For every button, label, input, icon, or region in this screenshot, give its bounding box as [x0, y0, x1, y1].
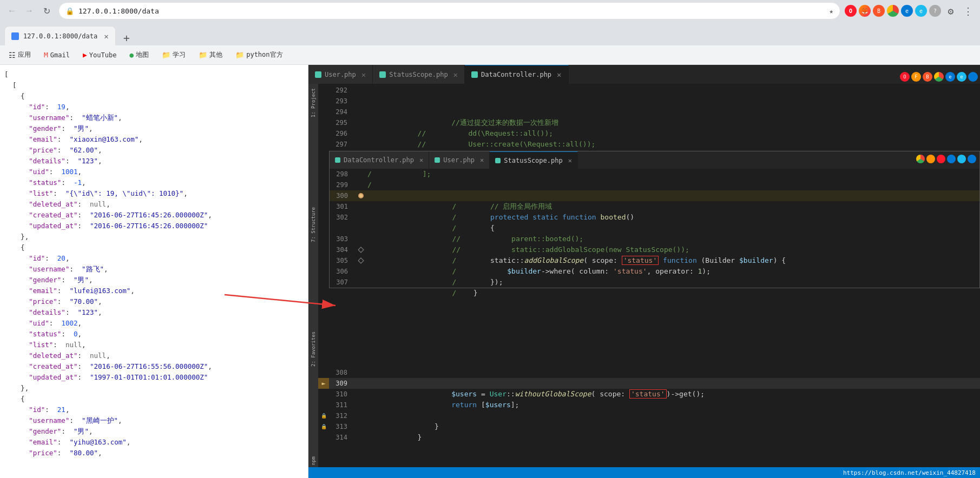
editor-tabs-bar: User.php ✕ StatusScope.php ✕ DataControl… [308, 65, 980, 84]
popup-user-close[interactable]: ✕ [480, 156, 484, 164]
project-label[interactable]: 1: Project [310, 86, 317, 119]
brave-icon[interactable]: B [873, 5, 885, 17]
side-rail-left: 1: Project 7: Structure 2: Favorites npm [308, 84, 318, 467]
popup-tab-user[interactable]: User.php ✕ [429, 151, 490, 169]
ie-icon[interactable]: e [915, 5, 927, 17]
code-line-292: 292 [318, 85, 980, 96]
popup-ss-close[interactable]: ✕ [568, 157, 572, 164]
popup-gutter-304 [357, 244, 365, 255]
popup-line-307: 307 / } [330, 277, 979, 288]
maps-label: 地图 [136, 50, 149, 59]
tab-datacontroller-close[interactable]: ✕ [557, 70, 561, 79]
star-icon[interactable]: ★ [829, 7, 833, 15]
popup-line-304: 304 / static::addGlobalScope( scope: 'st… [330, 244, 979, 255]
bookmark-other[interactable]: 📁 其他 [196, 49, 225, 61]
popup-tab-datacontroller[interactable]: DataController.php ✕ [330, 151, 429, 169]
top-chrome-icon2[interactable] [934, 72, 944, 82]
top-other-icon2[interactable] [968, 72, 978, 82]
structure-label[interactable]: 7: Structure [310, 205, 317, 244]
top-opera-icon[interactable]: O [900, 72, 910, 82]
bookmark-study[interactable]: 📁 学习 [160, 49, 188, 61]
datacontroller-icon [471, 71, 478, 78]
bookmark-maps[interactable]: ● 地图 [127, 49, 151, 61]
bookmark-youtube[interactable]: ▶ YouTube [81, 50, 119, 60]
new-tab-button[interactable]: + [119, 30, 134, 45]
tab-favicon [11, 32, 19, 40]
popup-line-301: 301 / protected static function booted() [330, 201, 979, 212]
top-ie-icon2[interactable]: e [957, 72, 966, 82]
opera-icon[interactable]: O [845, 5, 857, 17]
tab-user-php-close[interactable]: ✕ [361, 70, 366, 79]
code-line-310: 310 return [$users]; [318, 389, 980, 400]
debug-circle-icon [358, 193, 364, 198]
top-brave-icon[interactable]: B [923, 72, 932, 82]
popup-ie-icon[interactable] [957, 155, 966, 163]
menu-icon[interactable]: ⋮ [961, 3, 976, 18]
tab-statusscope-php[interactable]: StatusScope.php ✕ [373, 65, 465, 84]
python-folder-icon: 📁 [235, 51, 244, 59]
code-line-311: 311 [318, 400, 980, 410]
gutter-304 [318, 216, 329, 227]
top-edge-icon2[interactable]: e [945, 72, 955, 82]
code-line-293: 293 [318, 96, 980, 107]
popup-ss-label: StatusScope.php [504, 157, 562, 164]
code-line-296: 296 // User::create(\Request::all()); [318, 128, 980, 139]
code-line-314: 314 [318, 432, 980, 443]
tab-close-icon[interactable]: ✕ [104, 32, 108, 41]
firefox-icon[interactable]: 🦊 [859, 5, 871, 17]
statusscope-icon [379, 71, 386, 78]
other-label: 其他 [209, 50, 222, 59]
gutter-298 [318, 151, 329, 162]
user-php-icon [315, 71, 321, 78]
popup-dc-label: DataController.php [344, 156, 414, 164]
tab-statusscope-close[interactable]: ✕ [453, 70, 458, 79]
other-icon[interactable]: ? [929, 5, 941, 17]
other-folder-icon: 📁 [199, 51, 207, 59]
popup-gutter-302 [357, 212, 365, 223]
study-icon: 📁 [162, 51, 170, 59]
code-line-295: 295 // dd(\Request::all()); [318, 117, 980, 128]
popup-edge-icon[interactable] [947, 155, 956, 163]
popup-ff-icon[interactable] [926, 155, 935, 163]
reload-button[interactable]: ↻ [39, 3, 54, 18]
forward-button[interactable]: → [22, 3, 37, 18]
browser-tab-active[interactable]: 127.0.0.1:8000/data ✕ [4, 26, 116, 45]
npm-label[interactable]: npm [310, 454, 317, 467]
popup-chrome-icon[interactable] [916, 155, 925, 163]
code-line-297: 297 [318, 139, 980, 150]
popup-tab-statusscope[interactable]: StatusScope.php ✕ [490, 151, 578, 169]
extensions-icon[interactable]: ⚙ [943, 3, 958, 18]
gutter-292 [318, 85, 329, 96]
popup-line-298: 298 / ]; [330, 169, 979, 180]
editor-panel: User.php ✕ StatusScope.php ✕ DataControl… [308, 65, 980, 478]
youtube-label: YouTube [89, 51, 117, 59]
popup-editor: DataController.php ✕ User.php ✕ [329, 151, 980, 288]
python-label: python官方 [246, 50, 282, 59]
back-button[interactable]: ← [4, 3, 19, 18]
bookmark-gmail[interactable]: M Gmail [42, 50, 72, 60]
gmail-label: Gmail [50, 51, 70, 59]
youtube-icon: ▶ [83, 51, 87, 59]
popup-other2-icon[interactable] [968, 155, 976, 163]
popup-line-302: 302 / { [330, 212, 979, 223]
study-label: 学习 [173, 50, 186, 59]
popup-opera-icon[interactable] [937, 155, 945, 163]
edge-icon[interactable]: e [901, 5, 913, 17]
address-bar[interactable]: 🔒 127.0.0.1:8000/data ★ [58, 2, 840, 19]
gutter-297 [318, 139, 329, 150]
popup-code-lines: 298 / ]; 299 / [330, 169, 979, 288]
tab-datacontroller-php[interactable]: DataController.php ✕ [465, 65, 568, 84]
bookmark-apps[interactable]: ☷ 应用 [6, 49, 33, 61]
bookmark-python[interactable]: 📁 python官方 [233, 49, 285, 61]
tab-user-php[interactable]: User.php ✕ [308, 65, 373, 84]
chrome-icon[interactable] [887, 5, 899, 17]
top-ff-icon[interactable]: F [911, 72, 921, 82]
gutter-293 [318, 96, 329, 107]
popup-dc-close[interactable]: ✕ [419, 156, 423, 164]
code-area[interactable]: 292 293 294 //通过提交过来的 [318, 84, 980, 467]
gutter-295 [318, 117, 329, 128]
code-line-312: 🔒 312 } [318, 410, 980, 421]
favorites-label[interactable]: 2: Favorites [310, 329, 317, 369]
gutter-312: 🔒 [318, 410, 329, 421]
popup-gutter-299 [357, 180, 365, 190]
